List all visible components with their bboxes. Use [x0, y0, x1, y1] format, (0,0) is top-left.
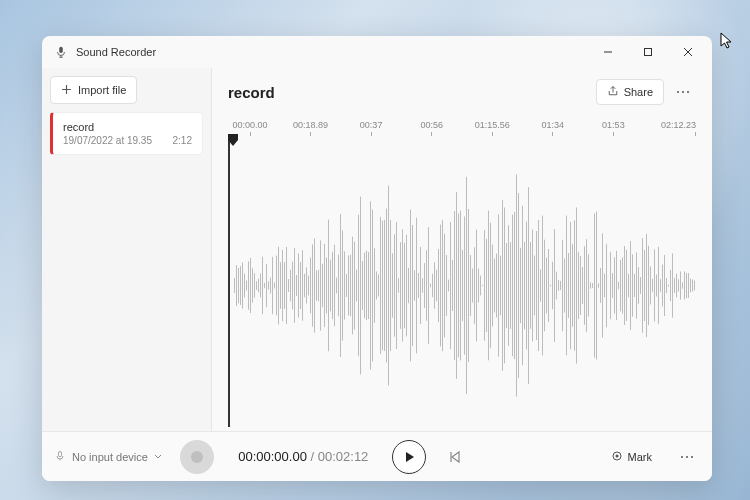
svg-point-11	[687, 91, 689, 93]
mic-icon	[54, 450, 66, 464]
recording-item[interactable]: record 19/07/2022 at 19.35 2:12	[50, 112, 203, 155]
waveform-area[interactable]	[228, 140, 696, 431]
footer: No input device 00:00:00.00 / 00:02:12 M…	[42, 431, 712, 481]
share-label: Share	[624, 86, 653, 98]
app-title: Sound Recorder	[76, 46, 588, 58]
svg-point-10	[682, 91, 684, 93]
titlebar[interactable]: Sound Recorder	[42, 36, 712, 68]
timeline-tick: 01:34	[531, 120, 575, 136]
timeline-tick: 00:18.89	[289, 120, 333, 136]
svg-rect-0	[59, 47, 63, 53]
footer-more-button[interactable]	[674, 444, 700, 470]
skip-back-button[interactable]	[442, 444, 468, 470]
main-panel: record Share 00:00.0000:18.8900:3700:560…	[212, 68, 712, 431]
share-button[interactable]: Share	[596, 79, 664, 105]
mark-icon	[611, 450, 623, 464]
total-time: 00:02:12	[318, 449, 369, 464]
svg-point-9	[677, 91, 679, 93]
svg-point-17	[681, 456, 683, 458]
timeline-tick: 01:53	[591, 120, 635, 136]
mouse-cursor	[720, 32, 734, 50]
recording-name: record	[63, 121, 192, 133]
recording-title: record	[228, 84, 596, 101]
more-button[interactable]	[670, 79, 696, 105]
timeline-tick: 00:56	[410, 120, 454, 136]
waveform	[234, 144, 696, 427]
device-label: No input device	[72, 451, 148, 463]
mark-button[interactable]: Mark	[605, 450, 658, 464]
play-icon	[403, 451, 415, 463]
mic-icon	[54, 45, 68, 59]
app-window: Sound Recorder Import file record 19/07/…	[42, 36, 712, 481]
recording-date: 19/07/2022 at 19.35	[63, 135, 152, 146]
minimize-button[interactable]	[588, 36, 628, 68]
svg-rect-4	[645, 49, 652, 56]
timeline-tick: 00:37	[349, 120, 393, 136]
maximize-button[interactable]	[628, 36, 668, 68]
recording-duration: 2:12	[173, 135, 192, 146]
record-icon	[191, 451, 203, 463]
mark-label: Mark	[628, 451, 652, 463]
record-button[interactable]	[180, 440, 214, 474]
close-button[interactable]	[668, 36, 708, 68]
import-file-button[interactable]: Import file	[50, 76, 137, 104]
sidebar: Import file record 19/07/2022 at 19.35 2…	[42, 68, 212, 431]
skip-back-icon	[448, 450, 462, 464]
chevron-down-icon	[154, 451, 162, 463]
time-display: 00:00:00.00 / 00:02:12	[238, 449, 368, 464]
svg-point-19	[691, 456, 693, 458]
timeline-tick: 02:12.23	[652, 120, 696, 136]
playhead[interactable]	[228, 134, 238, 146]
input-device-select[interactable]: No input device	[54, 450, 170, 464]
play-button[interactable]	[392, 440, 426, 474]
playhead-line	[228, 140, 230, 427]
import-label: Import file	[78, 84, 126, 96]
svg-rect-12	[59, 451, 62, 456]
share-icon	[607, 85, 619, 99]
plus-icon	[61, 84, 72, 97]
svg-point-18	[686, 456, 688, 458]
current-time: 00:00:00.00	[238, 449, 307, 464]
svg-point-16	[615, 454, 618, 457]
timeline-tick: 01:15.56	[470, 120, 514, 136]
timeline-ruler[interactable]: 00:00.0000:18.8900:3700:5601:15.5601:340…	[228, 120, 696, 136]
